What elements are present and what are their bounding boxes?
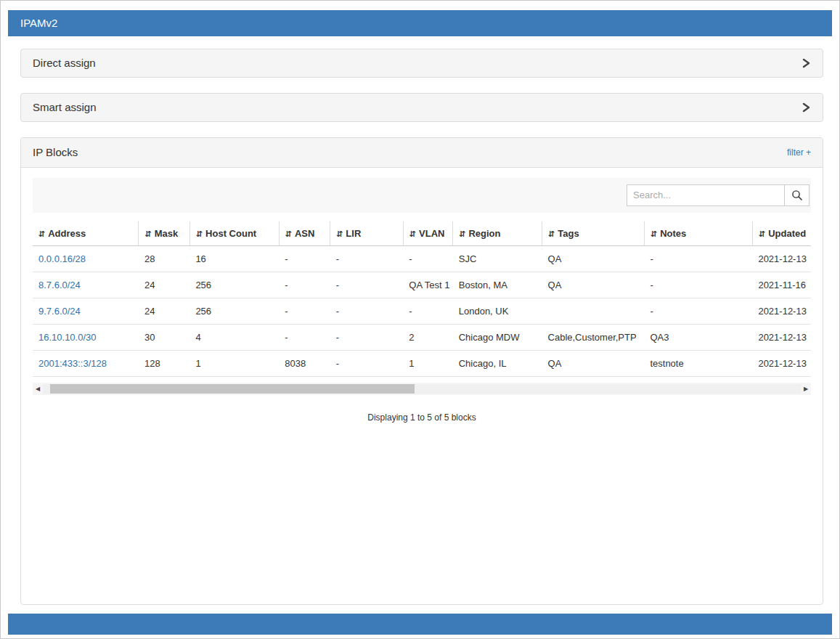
search-icon	[791, 190, 803, 201]
column-header-address[interactable]: ⇵Address	[33, 221, 139, 246]
column-header-mask[interactable]: ⇵Mask	[139, 221, 189, 246]
column-header-host-count[interactable]: ⇵Host Count	[189, 221, 279, 246]
cell-lir: -	[330, 324, 404, 350]
search-button[interactable]	[785, 184, 810, 206]
ip-blocks-heading: IP Blocks filter +	[21, 138, 823, 168]
chevron-right-icon[interactable]	[801, 57, 811, 69]
cell-notes: -	[644, 298, 752, 324]
scrollbar-thumb[interactable]	[50, 384, 414, 394]
cell-address: 9.7.6.0/24	[33, 298, 139, 324]
cell-asn: 8038	[279, 350, 330, 376]
column-header-vlan[interactable]: ⇵VLAN	[403, 221, 452, 246]
column-header-tags[interactable]: ⇵Tags	[542, 221, 645, 246]
cell-region: London, UK	[453, 298, 542, 324]
column-label: ASN	[295, 228, 314, 239]
main-content: Direct assign Smart assign IP Blocks fil…	[1, 36, 839, 605]
cell-region: Boston, MA	[453, 272, 542, 298]
sort-icon: ⇵	[285, 229, 292, 239]
cell-host-count: 1	[189, 350, 279, 376]
cell-address: 8.7.6.0/24	[33, 272, 139, 298]
column-header-updated[interactable]: ⇵Updated	[752, 221, 811, 246]
cell-asn: -	[279, 324, 330, 350]
cell-notes: QA3	[644, 324, 752, 350]
cell-address: 16.10.10.0/30	[33, 324, 139, 350]
cell-updated: 2021-12-13	[752, 324, 811, 350]
cell-asn: -	[279, 245, 330, 272]
cell-region: Chicago MDW	[453, 324, 542, 350]
cell-asn: -	[279, 272, 330, 298]
address-link[interactable]: 8.7.6.0/24	[38, 280, 81, 290]
sort-icon: ⇵	[759, 229, 765, 239]
ip-blocks-panel: IP Blocks filter +	[20, 137, 823, 605]
direct-assign-panel[interactable]: Direct assign	[20, 49, 823, 78]
cell-tags: QA	[542, 272, 645, 298]
cell-updated: 2021-12-13	[752, 298, 811, 324]
cell-tags: QA	[542, 245, 645, 272]
sort-icon: ⇵	[38, 229, 45, 239]
sort-icon: ⇵	[459, 229, 465, 239]
column-label: Region	[468, 228, 500, 239]
cell-vlan: -	[403, 298, 452, 324]
page: IPAMv2 Direct assign Smart assign IP Blo…	[0, 0, 840, 639]
column-header-notes[interactable]: ⇵Notes	[644, 221, 752, 246]
cell-notes: testnote	[644, 350, 752, 376]
table-header-row: ⇵Address ⇵Mask ⇵Host Count ⇵ASN ⇵LIR ⇵VL…	[33, 221, 811, 246]
cell-region: SJC	[453, 245, 542, 272]
address-link[interactable]: 16.10.10.0/30	[38, 332, 97, 343]
cell-tags	[542, 298, 645, 324]
cell-host-count: 256	[189, 298, 279, 324]
table-row: 16.10.10.0/30 30 4 - - 2 Chicago MDW Cab…	[33, 324, 811, 350]
cell-address: 0.0.0.16/28	[33, 245, 139, 272]
column-label: Host Count	[205, 228, 256, 239]
filter-link[interactable]: filter +	[787, 147, 811, 158]
cell-notes: -	[644, 245, 752, 272]
cell-lir: -	[330, 272, 404, 298]
cell-mask: 128	[139, 350, 189, 376]
app-footer	[8, 614, 832, 635]
sort-icon: ⇵	[409, 229, 416, 239]
column-header-lir[interactable]: ⇵LIR	[330, 221, 404, 246]
table-row: 9.7.6.0/24 24 256 - - - London, UK - 202…	[33, 298, 811, 324]
smart-assign-label: Smart assign	[33, 101, 97, 113]
chevron-right-icon[interactable]	[801, 102, 811, 113]
ip-blocks-body: ⇵Address ⇵Mask ⇵Host Count ⇵ASN ⇵LIR ⇵VL…	[21, 168, 823, 604]
cell-vlan: 1	[403, 350, 452, 376]
table-row: 2001:433::3/128 128 1 8038 - 1 Chicago, …	[33, 350, 811, 376]
cell-host-count: 256	[189, 272, 279, 298]
app-header: IPAMv2	[8, 10, 832, 36]
cell-asn: -	[279, 298, 330, 324]
ip-blocks-title: IP Blocks	[33, 146, 78, 158]
ip-blocks-table: ⇵Address ⇵Mask ⇵Host Count ⇵ASN ⇵LIR ⇵VL…	[33, 221, 811, 377]
search-group	[627, 184, 810, 206]
scroll-left-icon[interactable]: ◀	[33, 383, 43, 395]
cell-lir: -	[330, 245, 404, 272]
column-label: VLAN	[419, 228, 444, 239]
sort-icon: ⇵	[144, 229, 151, 239]
column-header-region[interactable]: ⇵Region	[453, 221, 542, 246]
column-label: Notes	[660, 228, 686, 239]
cell-tags: QA	[542, 350, 645, 376]
column-label: LIR	[346, 228, 361, 239]
cell-mask: 30	[139, 324, 189, 350]
column-label: Updated	[768, 228, 806, 239]
column-label: Address	[48, 228, 86, 239]
cell-address: 2001:433::3/128	[33, 350, 139, 376]
address-link[interactable]: 9.7.6.0/24	[38, 306, 81, 317]
scrollbar-track[interactable]	[43, 384, 801, 394]
cell-vlan: 2	[403, 324, 452, 350]
search-input[interactable]	[627, 184, 785, 206]
horizontal-scrollbar[interactable]: ◀ ▶	[33, 383, 811, 395]
address-link[interactable]: 2001:433::3/128	[38, 358, 107, 369]
cell-region: Chicago, IL	[453, 350, 542, 376]
cell-updated: 2021-12-13	[752, 245, 811, 272]
address-link[interactable]: 0.0.0.16/28	[38, 253, 86, 264]
cell-notes: -	[644, 272, 752, 298]
cell-vlan: -	[403, 245, 452, 272]
column-label: Tags	[558, 228, 579, 239]
sort-icon: ⇵	[336, 229, 343, 239]
column-header-asn[interactable]: ⇵ASN	[279, 221, 330, 246]
scroll-right-icon[interactable]: ▶	[801, 383, 811, 395]
cell-lir: -	[330, 298, 404, 324]
cell-vlan: QA Test 1	[403, 272, 452, 298]
smart-assign-panel[interactable]: Smart assign	[20, 93, 823, 122]
